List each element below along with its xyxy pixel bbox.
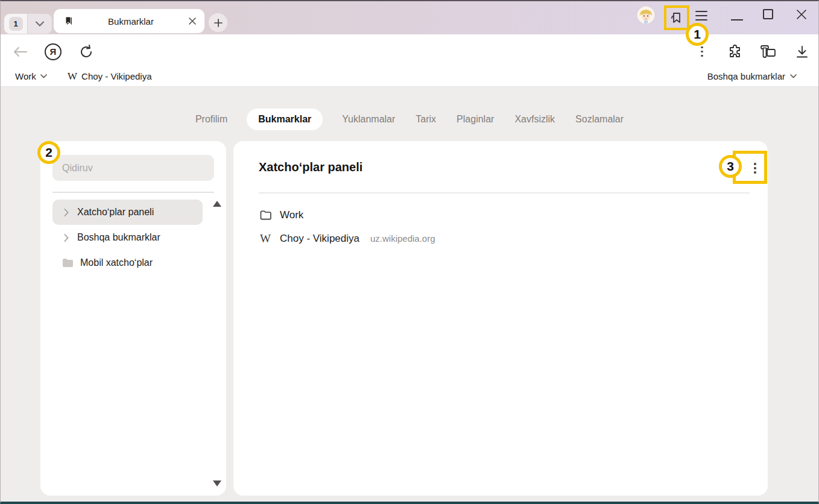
- new-tab-button[interactable]: [209, 13, 227, 32]
- yandex-logo-icon[interactable]: Я: [44, 34, 62, 69]
- bookmark-row-work[interactable]: Work: [259, 203, 750, 227]
- bookmarks-manager-page: Profilim Bukmarklar Yuklanmalar Tarix Pl…: [1, 87, 818, 502]
- window-maximize-button[interactable]: [763, 9, 773, 19]
- wikipedia-w-icon: W: [68, 71, 77, 81]
- sidebar-divider: [52, 192, 214, 193]
- tab-list-chevron-icon[interactable]: [28, 14, 52, 34]
- window-close-button[interactable]: [794, 7, 809, 22]
- folder-tree: Xatchoʻplar paneli Boshqa bukmarklar Mob…: [52, 200, 203, 276]
- search-input[interactable]: [52, 155, 214, 181]
- profile-avatar[interactable]: [637, 6, 655, 24]
- tab-counter[interactable]: 1: [4, 14, 27, 34]
- tree-item-mobil-xatchoplar[interactable]: Mobil xatchoʻplar: [52, 250, 203, 276]
- wikipedia-w-icon: W: [259, 233, 272, 244]
- bookmarks-bar: Work W Choy - Vikipediya Boshqa bukmarkl…: [1, 69, 818, 87]
- annotation-badge-2: 2: [37, 141, 60, 164]
- bookmark-favicon-icon: [63, 16, 74, 27]
- scroll-down-icon[interactable]: [213, 480, 221, 487]
- bookmarks-bar-item-choy[interactable]: W Choy - Vikipediya: [68, 71, 152, 81]
- other-bookmarks-label: Boshqa bukmarklar: [707, 71, 785, 81]
- menu-hamburger-icon[interactable]: [695, 11, 707, 20]
- chevron-down-icon: [40, 74, 47, 78]
- tab-yuklanmalar[interactable]: Yuklanmalar: [341, 109, 396, 130]
- bookmark-row-choy[interactable]: W Choy - Vikipediya uz.wikipedia.org: [259, 227, 750, 250]
- tree-item-label: Boshqa bukmarklar: [77, 232, 160, 243]
- bookmark-row-label: Choy - Vikipediya: [280, 233, 359, 245]
- annotation-highlight-box-1: [664, 5, 689, 30]
- tab-plaginlar[interactable]: Plaginlar: [455, 109, 495, 130]
- bookmark-row-url: uz.wikipedia.org: [370, 233, 435, 244]
- bookmark-row-label: Work: [280, 209, 303, 221]
- tab-count-badge: 1: [9, 17, 23, 31]
- bookmark-list: Work W Choy - Vikipediya uz.wikipedia.or…: [259, 203, 750, 250]
- window-minimize-button[interactable]: [731, 10, 743, 22]
- tab-sozlamalar[interactable]: Sozlamalar: [574, 109, 625, 130]
- browser-tab-bukmarklar[interactable]: Bukmarklar: [54, 9, 204, 33]
- panel-divider: [259, 192, 750, 194]
- folder-filled-icon: [63, 259, 73, 267]
- bookmarks-main-panel: Xatchoʻplar paneli Work W Choy - Vikiped…: [233, 141, 768, 496]
- tab-close-icon[interactable]: [188, 16, 197, 26]
- manager-nav-tabs: Profilim Bukmarklar Yuklanmalar Tarix Pl…: [1, 109, 818, 130]
- tab-tarix[interactable]: Tarix: [414, 109, 437, 130]
- password-manager-icon[interactable]: [758, 34, 779, 69]
- download-icon[interactable]: [793, 34, 811, 69]
- tab-profilim[interactable]: Profilim: [194, 109, 229, 130]
- refresh-icon[interactable]: [77, 34, 95, 69]
- scroll-up-icon[interactable]: [213, 201, 221, 207]
- folder-label: Work: [15, 71, 36, 81]
- tree-item-label: Xatchoʻplar paneli: [77, 207, 154, 218]
- annotation-badge-3: 3: [719, 155, 742, 178]
- annotation-badge-1: 1: [686, 23, 709, 46]
- bookmarks-bar-folder-work[interactable]: Work: [15, 71, 47, 81]
- folder-outline-icon: [259, 210, 272, 220]
- tab-counter-group[interactable]: 1: [4, 14, 52, 34]
- bookmarks-sidebar: Xatchoʻplar paneli Boshqa bukmarklar Mob…: [40, 141, 226, 496]
- tab-title: Bukmarklar: [74, 16, 188, 27]
- back-arrow-icon[interactable]: [10, 34, 30, 69]
- browser-window: 1 Bukmarklar: [0, 0, 819, 504]
- chevron-down-icon: [790, 74, 797, 78]
- panel-title: Xatchoʻplar paneli: [259, 160, 362, 174]
- tree-item-label: Mobil xatchoʻplar: [80, 257, 153, 268]
- tab-bukmarklar[interactable]: Bukmarklar: [247, 109, 323, 130]
- tab-xavfsizlik[interactable]: Xavfsizlik: [513, 109, 556, 130]
- chevron-right-icon[interactable]: [64, 234, 69, 242]
- tree-item-boshqa-bukmarklar[interactable]: Boshqa bukmarklar: [52, 225, 203, 250]
- other-bookmarks-button[interactable]: Boshqa bukmarklar: [707, 71, 797, 81]
- tree-item-xatchoplar-paneli[interactable]: Xatchoʻplar paneli: [52, 200, 203, 225]
- extensions-puzzle-icon[interactable]: [726, 34, 744, 69]
- bookmark-label: Choy - Vikipediya: [81, 71, 151, 81]
- chevron-right-icon[interactable]: [64, 209, 69, 216]
